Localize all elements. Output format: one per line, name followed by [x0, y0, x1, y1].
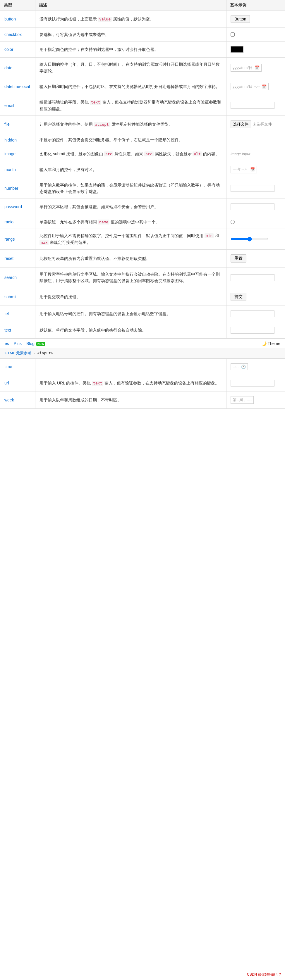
desc-cell-number: 用于输入数字的控件。如果支持的话，会显示滚动按钮并提供缺省验证（即只能输入数字）… — [35, 178, 226, 199]
demo-hidden[interactable] — [231, 139, 280, 141]
type-link-image[interactable]: image — [5, 151, 16, 156]
type-link-month[interactable]: month — [5, 167, 16, 172]
type-link-hidden[interactable]: hidden — [5, 138, 17, 142]
demo-text-input-text[interactable] — [231, 327, 274, 334]
demo-email[interactable] — [231, 101, 280, 110]
desc-cell-image: 图形化 submit 按钮。显示的图像由 src 属性决定。如果 src 属性缺… — [35, 147, 226, 161]
desc-cell-date: 输入日期的控件（年、月、日，不包括时间）。在支持的浏览器激活时打开日期选择器或年… — [35, 57, 226, 78]
demo-cell-text — [226, 322, 285, 338]
demo-month[interactable]: ----年--月📅 — [231, 165, 280, 175]
type-cell-datetime-local: datetime-local — [0, 78, 35, 95]
type-link-submit[interactable]: submit — [5, 294, 16, 299]
demo-submit-btn[interactable]: 提交 — [231, 293, 246, 301]
col-header-desc: 描述 — [35, 0, 226, 11]
nav-link-es[interactable]: es — [5, 341, 9, 346]
demo-week[interactable]: 第--周，---- — [231, 395, 280, 405]
demo-file-btn[interactable]: 选择文件 — [231, 121, 251, 128]
desc-cell-reset: 此按钮将表单的所有内容重置为默认值。不推荐使用该类型。 — [35, 250, 226, 267]
demo-radio[interactable] — [231, 219, 280, 225]
type-cell-password: password — [0, 199, 35, 215]
type-cell-week: week — [0, 391, 35, 409]
demo-button-button[interactable]: Button — [231, 15, 250, 23]
table-row: tel用于输入电话号码的控件。拥有动态键盘的设备上会显示电话数字键盘。 — [0, 305, 285, 322]
demo-datetime-local[interactable]: yyyy/mm/日 --:--📅 — [231, 81, 280, 92]
demo-cell-tel — [226, 305, 285, 322]
type-link-radio[interactable]: radio — [5, 220, 13, 224]
demo-range[interactable] — [231, 237, 269, 242]
type-link-password[interactable]: password — [5, 204, 22, 209]
type-link-file[interactable]: file — [5, 122, 10, 127]
demo-file[interactable]: 选择文件未选择文件 — [231, 119, 280, 129]
desc-cell-color: 用于指定颜色的控件；在支持的浏览器中，激活时会打开取色器。 — [35, 41, 226, 57]
breadcrumb-input: <input> — [37, 351, 53, 355]
demo-date-input[interactable]: yyyy/mm/日📅 — [231, 64, 261, 72]
type-link-reset[interactable]: reset — [5, 256, 13, 261]
demo-cell-image: image input — [226, 147, 285, 161]
demo-text[interactable] — [231, 326, 280, 335]
type-link-color[interactable]: color — [5, 47, 13, 52]
demo-reset-btn[interactable]: 重置 — [231, 255, 246, 262]
demo-text-input-email[interactable] — [231, 102, 274, 109]
breadcrumb-html-ref[interactable]: HTML 元素参考 — [5, 350, 31, 356]
type-cell-hidden: hidden — [0, 133, 35, 147]
demo-checkbox[interactable] — [231, 32, 235, 37]
demo-url[interactable] — [231, 379, 280, 388]
type-cell-color: color — [0, 41, 35, 57]
type-link-url[interactable]: url — [5, 381, 9, 385]
type-link-button[interactable]: button — [5, 17, 16, 21]
demo-image[interactable]: image input — [231, 151, 280, 157]
demo-checkbox[interactable] — [231, 31, 280, 38]
type-cell-range: range — [0, 229, 35, 250]
desc-cell-range: 此控件用于输入不需要精确的数字。控件是一个范围组件，默认值为正中间的值，同时使用… — [35, 229, 226, 250]
demo-text-input-password[interactable] — [231, 204, 274, 210]
type-link-datetime-local[interactable]: datetime-local — [5, 84, 30, 89]
type-link-checkbox[interactable]: checkbox — [5, 32, 22, 37]
demo-text-input-tel[interactable] — [231, 310, 274, 317]
demo-text-input-number[interactable] — [231, 185, 274, 192]
table-row: week用于输入以年和周数组成的日期，不带时区。第--周，---- — [0, 391, 285, 409]
table-row: radio单选按钮，允许在多个拥有相同 name 值的选项中选中其中一个。 — [0, 215, 285, 229]
demo-submit[interactable]: 提交 — [231, 291, 280, 302]
type-link-tel[interactable]: tel — [5, 311, 9, 316]
demo-cell-password — [226, 199, 285, 215]
type-link-search[interactable]: search — [5, 275, 17, 280]
demo-button[interactable]: Button — [231, 14, 280, 24]
desc-cell-text: 默认值。单行的文本字段，输入值中的换行会被自动去除。 — [35, 322, 226, 338]
demo-datetime-input[interactable]: yyyy/mm/日 --:--📅 — [231, 83, 269, 90]
type-link-text[interactable]: text — [5, 328, 11, 332]
demo-tel[interactable] — [231, 309, 280, 318]
demo-time-input[interactable]: --:--🕐 — [231, 363, 248, 370]
demo-color[interactable] — [231, 45, 280, 54]
type-link-number[interactable]: number — [5, 186, 18, 191]
demo-time[interactable]: --:--🕐 — [231, 362, 280, 371]
type-link-range[interactable]: range — [5, 237, 15, 242]
type-link-time[interactable]: time — [5, 364, 12, 369]
demo-number[interactable] — [231, 184, 280, 193]
demo-cell-time: --:--🕐 — [226, 358, 285, 375]
theme-button[interactable]: 🌙 Theme — [261, 341, 280, 346]
demo-password[interactable] — [231, 202, 280, 212]
demo-text-input-url[interactable] — [231, 380, 274, 387]
demo-month-input[interactable]: ----年--月📅 — [231, 166, 257, 173]
type-link-week[interactable]: week — [5, 398, 14, 402]
demo-reset[interactable]: 重置 — [231, 253, 280, 264]
demo-text-input-search[interactable] — [231, 274, 274, 281]
demo-range[interactable] — [231, 235, 280, 243]
demo-date[interactable]: yyyy/mm/日📅 — [231, 63, 280, 73]
type-link-date[interactable]: date — [5, 65, 12, 70]
type-cell-text: text — [0, 322, 35, 338]
nav-link-blog[interactable]: Blog — [26, 341, 35, 346]
desc-cell-submit: 用于提交表单的按钮。 — [35, 288, 226, 305]
demo-radio[interactable] — [231, 220, 235, 224]
demo-week-input[interactable]: 第--周，---- — [231, 396, 254, 404]
demo-color-swatch[interactable] — [231, 46, 244, 52]
demo-cell-hidden — [226, 133, 285, 147]
demo-search[interactable] — [231, 273, 280, 282]
demo-cell-date: yyyy/mm/日📅 — [226, 57, 285, 78]
table-row: datetime-local输入日期和时间的控件，不包括时区。在支持的浏览器激活… — [0, 78, 285, 95]
demo-cell-button: Button — [226, 11, 285, 28]
type-link-email[interactable]: email — [5, 103, 14, 108]
table-row: number用于输入数字的控件。如果支持的话，会显示滚动按钮并提供缺省验证（即只… — [0, 178, 285, 199]
nav-link-plus[interactable]: Plus — [14, 341, 22, 346]
type-cell-radio: radio — [0, 215, 35, 229]
